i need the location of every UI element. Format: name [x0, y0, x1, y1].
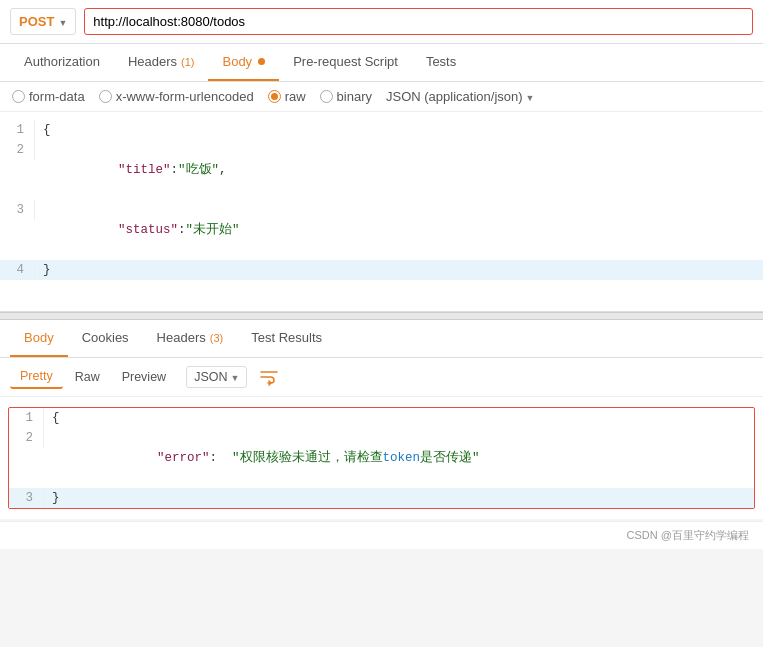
error-highlight-box: 1 { 2 "error": "权限核验未通过，请检查token是否传递" 3 … — [8, 407, 755, 509]
response-tab-bar: Body Cookies Headers (3) Test Results — [0, 320, 763, 358]
radio-binary — [320, 90, 333, 103]
resp-tab-body[interactable]: Body — [10, 320, 68, 357]
format-selector[interactable]: JSON (application/json) — [386, 89, 534, 104]
format-chevron-icon — [526, 89, 535, 104]
method-label: POST — [19, 14, 54, 29]
resp-tab-headers[interactable]: Headers (3) — [143, 320, 238, 357]
response-section: Body Cookies Headers (3) Test Results Pr… — [0, 320, 763, 519]
option-binary[interactable]: binary — [320, 89, 372, 104]
footer-text: CSDN @百里守约学编程 — [627, 529, 749, 541]
option-urlencoded[interactable]: x-www-form-urlencoded — [99, 89, 254, 104]
section-divider — [0, 312, 763, 320]
resp-format-chevron-icon — [230, 370, 239, 384]
wrap-icon[interactable] — [259, 367, 279, 387]
raw-button[interactable]: Raw — [65, 366, 110, 388]
request-code-editor[interactable]: 1 { 2 "title":"吃饭", 3 "status":"未开始" 4 } — [0, 112, 763, 312]
tab-headers[interactable]: Headers (1) — [114, 44, 209, 81]
radio-urlencoded — [99, 90, 112, 103]
tab-tests[interactable]: Tests — [412, 44, 470, 81]
req-line-3: 3 "status":"未开始" — [0, 200, 763, 260]
req-line-4: 4 } — [0, 260, 763, 280]
body-options: form-data x-www-form-urlencoded raw bina… — [0, 82, 763, 112]
response-format-selector[interactable]: JSON — [186, 366, 247, 388]
option-form-data[interactable]: form-data — [12, 89, 85, 104]
preview-button[interactable]: Preview — [112, 366, 176, 388]
footer: CSDN @百里守约学编程 — [0, 521, 763, 549]
tab-authorization[interactable]: Authorization — [10, 44, 114, 81]
method-chevron-icon — [58, 14, 67, 29]
top-toolbar: POST — [0, 0, 763, 44]
resp-line-3: 3 } — [9, 488, 754, 508]
body-dot — [258, 58, 265, 65]
request-tab-bar: Authorization Headers (1) Body Pre-reque… — [0, 44, 763, 82]
resp-tab-cookies[interactable]: Cookies — [68, 320, 143, 357]
resp-tab-test-results[interactable]: Test Results — [237, 320, 336, 357]
req-line-2: 2 "title":"吃饭", — [0, 140, 763, 200]
response-toolbar: Pretty Raw Preview JSON — [0, 358, 763, 397]
method-selector[interactable]: POST — [10, 8, 76, 35]
resp-line-2: 2 "error": "权限核验未通过，请检查token是否传递" — [9, 428, 754, 488]
tab-body[interactable]: Body — [208, 44, 279, 81]
url-input[interactable] — [84, 8, 753, 35]
radio-raw — [268, 90, 281, 103]
radio-form-data — [12, 90, 25, 103]
resp-line-1: 1 { — [9, 408, 754, 428]
pretty-button[interactable]: Pretty — [10, 365, 63, 389]
response-code-area: 1 { 2 "error": "权限核验未通过，请检查token是否传递" 3 … — [0, 397, 763, 519]
req-line-1: 1 { — [0, 120, 763, 140]
tab-pre-request[interactable]: Pre-request Script — [279, 44, 412, 81]
option-raw[interactable]: raw — [268, 89, 306, 104]
